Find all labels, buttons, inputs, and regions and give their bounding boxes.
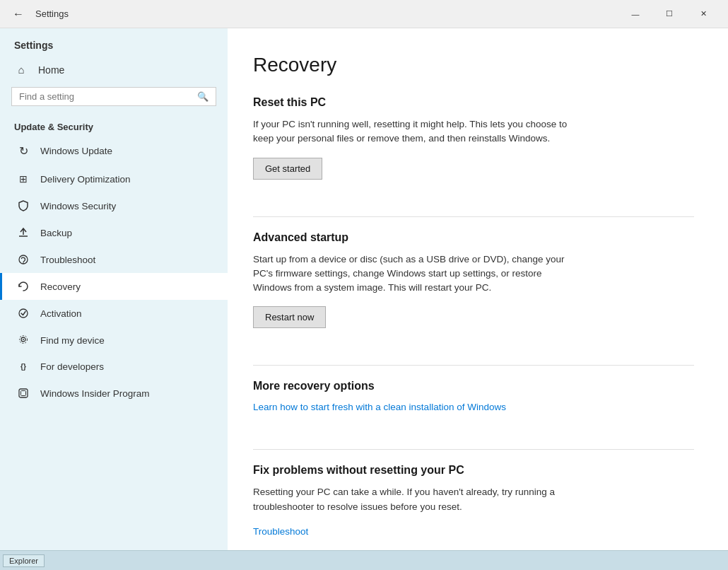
sidebar-item-backup[interactable]: Backup bbox=[0, 219, 228, 246]
sidebar-item-label: Recovery bbox=[40, 281, 81, 292]
sidebar-item-windows-update[interactable]: Windows Update bbox=[0, 136, 228, 165]
taskbar-explorer[interactable]: Explorer bbox=[3, 554, 45, 567]
activation-icon bbox=[16, 308, 30, 319]
svg-point-4 bbox=[23, 339, 24, 340]
sidebar-item-label: Windows Insider Program bbox=[40, 388, 150, 399]
back-button[interactable]: ← bbox=[8, 4, 28, 24]
clean-install-link[interactable]: Learn how to start fresh with a clean in… bbox=[253, 402, 506, 412]
page-title: Recovery bbox=[253, 54, 694, 76]
sidebar-item-delivery-optimization[interactable]: Delivery Optimization bbox=[0, 165, 228, 192]
maximize-button[interactable]: ☐ bbox=[653, 3, 686, 25]
restart-now-button[interactable]: Restart now bbox=[253, 306, 326, 328]
svg-rect-6 bbox=[19, 389, 28, 397]
backup-icon bbox=[16, 227, 30, 238]
title-bar-controls: — ☐ ✕ bbox=[619, 3, 720, 25]
sidebar-item-find-my-device[interactable]: Find my device bbox=[0, 327, 228, 354]
sidebar-item-activation[interactable]: Activation bbox=[0, 300, 228, 327]
more-recovery-section: More recovery options Learn how to start… bbox=[253, 380, 694, 435]
recovery-icon bbox=[16, 281, 30, 292]
find-device-icon bbox=[16, 335, 30, 346]
nav-items: Windows Update Delivery Optimization Win… bbox=[0, 136, 228, 407]
home-label: Home bbox=[38, 64, 64, 76]
title-bar: ← Settings — ☐ ✕ bbox=[0, 0, 728, 28]
advanced-startup-section: Advanced startup Start up from a device … bbox=[253, 231, 694, 351]
content-area: Recovery Reset this PC If your PC isn't … bbox=[228, 28, 728, 550]
reset-pc-desc: If your PC isn't running well, resetting… bbox=[253, 117, 578, 146]
fix-problems-title: Fix problems without resetting your PC bbox=[253, 464, 694, 477]
more-recovery-title: More recovery options bbox=[253, 380, 694, 392]
sidebar: Settings ⌂ Home 🔍 Update & Security Wind… bbox=[0, 28, 228, 550]
divider-2 bbox=[253, 365, 694, 366]
divider-1 bbox=[253, 216, 694, 217]
delivery-optimization-icon bbox=[16, 173, 30, 185]
windows-security-icon bbox=[16, 200, 30, 211]
advanced-startup-title: Advanced startup bbox=[253, 231, 694, 244]
svg-point-2 bbox=[19, 309, 28, 318]
app-title: Settings bbox=[14, 40, 53, 51]
svg-rect-7 bbox=[21, 391, 26, 396]
troubleshoot-link[interactable]: Troubleshoot bbox=[253, 526, 308, 537]
svg-point-1 bbox=[23, 263, 24, 264]
search-icon: 🔍 bbox=[197, 91, 209, 102]
sidebar-section-label: Update & Security bbox=[0, 115, 228, 136]
sidebar-item-label: Backup bbox=[40, 228, 72, 238]
title-bar-left: ← Settings bbox=[8, 4, 619, 24]
main-layout: Settings ⌂ Home 🔍 Update & Security Wind… bbox=[0, 28, 728, 550]
search-box: 🔍 bbox=[11, 87, 216, 106]
fix-problems-section: Fix problems without resetting your PC R… bbox=[253, 464, 694, 550]
home-icon: ⌂ bbox=[14, 64, 28, 76]
search-input[interactable] bbox=[19, 91, 193, 102]
minimize-button[interactable]: — bbox=[619, 3, 652, 25]
troubleshoot-icon bbox=[16, 254, 30, 265]
divider-3 bbox=[253, 449, 694, 450]
insider-icon bbox=[16, 388, 30, 399]
developers-icon: {} bbox=[16, 363, 30, 371]
title-bar-title: Settings bbox=[35, 8, 69, 19]
sidebar-item-label: Windows Update bbox=[40, 146, 112, 156]
fix-problems-desc: Resetting your PC can take a while. If y… bbox=[253, 485, 578, 514]
advanced-startup-desc: Start up from a device or disc (such as … bbox=[253, 252, 578, 296]
windows-update-icon bbox=[16, 144, 30, 158]
sidebar-item-for-developers[interactable]: {} For developers bbox=[0, 354, 228, 380]
taskbar: Explorer bbox=[0, 550, 728, 570]
sidebar-item-label: Find my device bbox=[40, 335, 105, 346]
sidebar-item-recovery[interactable]: Recovery bbox=[0, 273, 228, 300]
close-button[interactable]: ✕ bbox=[687, 3, 720, 25]
get-started-button[interactable]: Get started bbox=[253, 158, 322, 180]
sidebar-item-label: Troubleshoot bbox=[40, 255, 95, 265]
sidebar-header: Settings bbox=[0, 28, 228, 57]
sidebar-item-label: Delivery Optimization bbox=[40, 174, 131, 185]
sidebar-item-label: Windows Security bbox=[40, 201, 116, 211]
sidebar-item-troubleshoot[interactable]: Troubleshoot bbox=[0, 246, 228, 273]
sidebar-item-windows-security[interactable]: Windows Security bbox=[0, 192, 228, 219]
sidebar-item-label: For developers bbox=[40, 361, 104, 372]
sidebar-item-label: Activation bbox=[40, 308, 82, 319]
reset-pc-section: Reset this PC If your PC isn't running w… bbox=[253, 96, 694, 202]
sidebar-item-home[interactable]: ⌂ Home bbox=[0, 57, 228, 83]
sidebar-item-windows-insider[interactable]: Windows Insider Program bbox=[0, 380, 228, 407]
reset-pc-title: Reset this PC bbox=[253, 96, 694, 109]
